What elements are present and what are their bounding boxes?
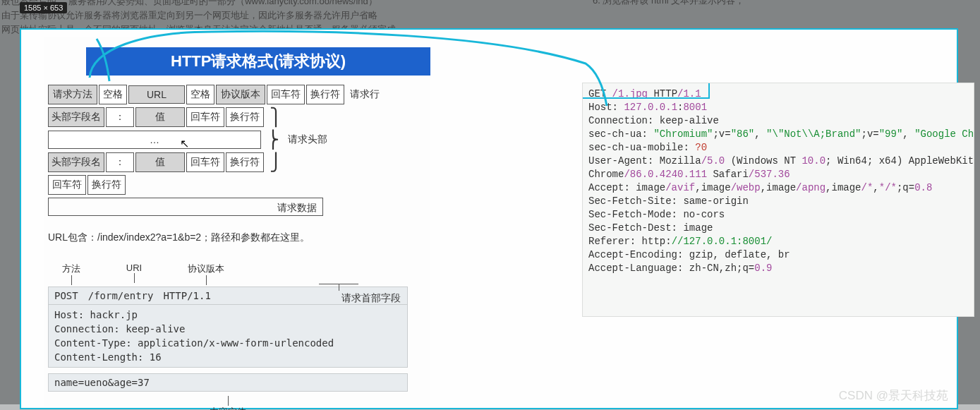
ellipsis: … bbox=[48, 131, 261, 149]
watermark: CSDN @景天科技苑 bbox=[839, 387, 948, 404]
label: 协议版本 bbox=[188, 263, 224, 274]
url-note: URL包含：/index/index2?a=1&b=2；路径和参数都在这里。 bbox=[48, 231, 310, 244]
diagram-row-blank: 回车符 换行符 bbox=[48, 175, 408, 195]
hdr-line: Connection: keep-alive bbox=[54, 322, 401, 336]
cell: 回车符 bbox=[267, 85, 305, 104]
bg-line: 般也不会写明。 服务器用/大姿势知、页面地址时的一部分（www.lanycity… bbox=[1, 0, 538, 8]
diagram-row-header: 头部字段名 ： 值 回车符 换行符 ⎫ bbox=[48, 107, 408, 127]
cell: ： bbox=[106, 152, 134, 172]
code-line: Sec-Fetch-Site: same-origin bbox=[588, 195, 968, 208]
http-request-code: GET /1.jpg HTTP/1.1 Host: 127.0.0.1:8001… bbox=[582, 83, 974, 317]
selected-image-frame: HTTP请求格式(请求协议) 请求方法 空格 URL 空格 协议版本 回车符 换… bbox=[20, 28, 958, 409]
code-line: User-Agent: Mozilla/5.0 (Windows NT 10.0… bbox=[588, 155, 968, 168]
cell: 协议版本 bbox=[216, 85, 265, 104]
cursor-icon: ↖ bbox=[180, 137, 189, 150]
code-line: Chrome/86.0.4240.111 Safari/537.36 bbox=[588, 168, 968, 181]
label: URI bbox=[126, 263, 142, 273]
code-line: Host: 127.0.0.1:8001 bbox=[588, 101, 968, 114]
hdr-line: Content-Length: 16 bbox=[54, 350, 401, 364]
cell: 请求方法 bbox=[48, 85, 97, 104]
diagram-row-request-line: 请求方法 空格 URL 空格 协议版本 回车符 换行符 请求行 bbox=[48, 85, 408, 104]
cell: 值 bbox=[135, 152, 185, 172]
code-line: Accept-Encoding: gzip, deflate, br bbox=[588, 248, 968, 262]
uri: /form/entry bbox=[88, 290, 154, 301]
ribbon-title: HTTP请求格式(请求协议) bbox=[86, 47, 430, 76]
header-tick-icon bbox=[319, 284, 358, 284]
brace-icon: ⎬ bbox=[262, 130, 284, 150]
example-headers: Host: hackr.jp Connection: keep-alive Co… bbox=[48, 305, 408, 368]
example-body: name=ueno&age=37 bbox=[48, 373, 408, 392]
cell: 换行符 bbox=[306, 85, 344, 104]
code-line: Sec-Fetch-Dest: image bbox=[588, 222, 968, 235]
code-line: Referer: http://127.0.0.1:8001/ bbox=[588, 235, 968, 248]
diagram-row-header: 头部字段名 ： 值 回车符 换行符 ⎭ bbox=[48, 152, 408, 172]
cell: 空格 bbox=[186, 85, 214, 104]
cell: 值 bbox=[135, 107, 185, 127]
code-line: Connection: keep-alive bbox=[588, 114, 968, 128]
cell: 回车符 bbox=[48, 175, 86, 195]
code-line: sec-ch-ua-mobile: ?0 bbox=[588, 141, 968, 155]
left-column: HTTP请求格式(请求协议) 请求方法 空格 URL 空格 协议版本 回车符 换… bbox=[44, 37, 430, 406]
label: 方法 bbox=[62, 263, 80, 274]
label-body: 请求数据 bbox=[48, 198, 323, 216]
label-request-line: 请求行 bbox=[346, 88, 380, 101]
diagram-row-ellipsis: … ⎬ 请求头部 bbox=[48, 130, 408, 150]
code-line: Accept-Language: zh-CN,zh;q=0.9 bbox=[588, 262, 968, 275]
cell: 头部字段名 bbox=[48, 152, 104, 172]
label-headers: 请求头部 bbox=[284, 133, 327, 146]
code-line: Sec-Fetch-Mode: no-cors bbox=[588, 208, 968, 222]
brace-icon: ⎫ bbox=[265, 107, 286, 127]
example-block: 方法 URI 协议版本 请求首部字段 POST /form/entry HTTP… bbox=[48, 263, 408, 410]
label-entity: 内容实体 bbox=[48, 406, 408, 410]
dimension-badge: 1585 × 653 bbox=[20, 2, 67, 13]
cell: 头部字段名 bbox=[48, 107, 104, 127]
bg-line: 由于某传输协议允许服务器将浏览器重定向到另一个网页地址，因此许多服务器允许用户省… bbox=[1, 8, 538, 23]
cell: 换行符 bbox=[226, 152, 264, 172]
method: POST bbox=[54, 290, 78, 301]
code-line: GET /1.jpg HTTP/1.1 bbox=[588, 88, 968, 101]
request-format-diagram: 请求方法 空格 URL 空格 协议版本 回车符 换行符 请求行 头部字段名 ： … bbox=[48, 85, 408, 216]
cell: 空格 bbox=[99, 85, 127, 104]
cell: 回车符 bbox=[186, 152, 224, 172]
code-line: Accept: image/avif,image/webp,image/apng… bbox=[588, 181, 968, 195]
hdr-line: Host: hackr.jp bbox=[54, 308, 401, 322]
hdr-line: Content-Type: application/x-www-form-url… bbox=[54, 336, 401, 350]
cell: 换行符 bbox=[226, 107, 264, 127]
entity-tick-icon bbox=[228, 396, 229, 406]
version: HTTP/1.1 bbox=[163, 290, 210, 301]
cell: ： bbox=[106, 107, 134, 127]
background-right: 6. 浏览器将该 html 文本并显示内容； bbox=[593, 0, 974, 7]
code-line: sec-ch-ua: "Chromium";v="86", "\"Not\\A;… bbox=[588, 128, 968, 141]
brace-icon: ⎭ bbox=[265, 152, 286, 172]
label-header-fields: 请求首部字段 bbox=[341, 292, 401, 305]
cell: 换行符 bbox=[87, 175, 126, 195]
cell: 回车符 bbox=[186, 107, 224, 127]
cell: URL bbox=[128, 85, 185, 104]
example-top-labels: 方法 URI 协议版本 bbox=[48, 263, 408, 285]
